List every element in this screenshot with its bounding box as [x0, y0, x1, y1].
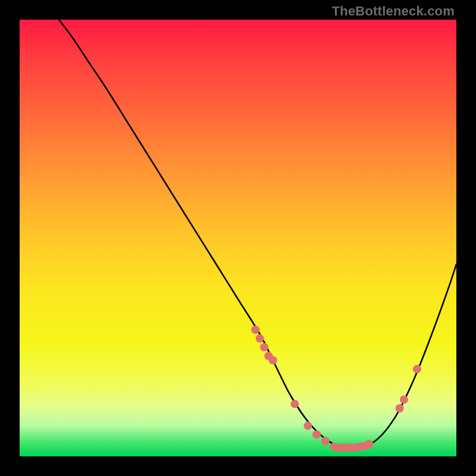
- marker-dot: [396, 404, 404, 412]
- bottleneck-chart: [20, 20, 456, 456]
- marker-dot: [260, 343, 268, 352]
- marker-dot: [256, 334, 264, 343]
- marker-dot: [269, 356, 277, 365]
- marker-dot: [365, 440, 373, 448]
- marker-dot: [321, 437, 330, 445]
- marker-dot: [303, 422, 312, 430]
- attribution-label: TheBottleneck.com: [332, 4, 455, 19]
- bottleneck-curve-line: [59, 20, 456, 449]
- marker-dots-group: [251, 325, 421, 452]
- marker-dot: [290, 400, 299, 408]
- marker-dot: [251, 325, 259, 334]
- marker-dot: [400, 396, 408, 404]
- marker-dot: [413, 365, 421, 373]
- marker-dot: [312, 430, 321, 439]
